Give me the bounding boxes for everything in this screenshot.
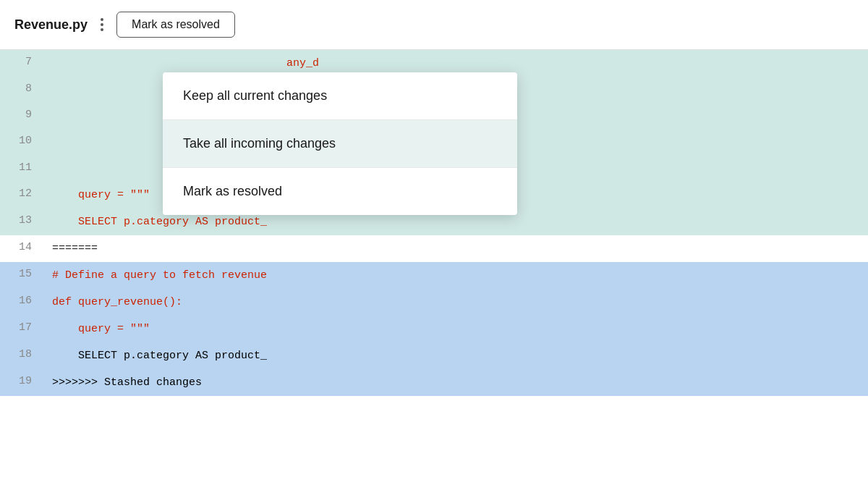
take-incoming-changes-item[interactable]: Take all incoming changes	[163, 120, 517, 168]
line-number-13: 13	[0, 208, 43, 235]
code-line-16: 16 def query_revenue():	[0, 289, 868, 316]
code-line-19: 19 >>>>>>> Stashed changes	[0, 369, 868, 396]
line-text-suffix: any_d	[286, 57, 319, 69]
code-line-14: 14 =======	[0, 235, 868, 262]
line-number-19: 19	[0, 369, 43, 396]
line-number-17: 17	[0, 316, 43, 342]
line-content-15: # Define a query to fetch revenue	[43, 262, 868, 289]
line-number-8: 8	[0, 77, 43, 103]
line-number-18: 18	[0, 342, 43, 369]
header-bar: Revenue.py Mark as resolved	[0, 0, 868, 50]
line-number-9: 9	[0, 103, 43, 129]
line-number-16: 16	[0, 289, 43, 316]
line-number-11: 11	[0, 156, 43, 182]
mark-as-resolved-button[interactable]: Mark as resolved	[116, 12, 235, 38]
line-content-18: SELECT p.category AS product_	[43, 342, 868, 369]
code-line-17: 17 query = """	[0, 316, 868, 342]
line-number-7: 7	[0, 50, 43, 77]
code-line-15: 15 # Define a query to fetch revenue	[0, 262, 868, 289]
line-content-17: query = """	[43, 316, 868, 342]
dot-icon	[101, 23, 103, 26]
dot-icon	[101, 18, 103, 21]
line-content-14: =======	[43, 235, 868, 262]
line-number-12: 12	[0, 182, 43, 208]
file-name: Revenue.py	[14, 17, 88, 33]
line-content-16: def query_revenue():	[43, 289, 868, 316]
code-line-18: 18 SELECT p.category AS product_	[0, 342, 868, 369]
dot-icon	[101, 28, 103, 31]
line-text	[52, 57, 286, 69]
mark-as-resolved-item[interactable]: Mark as resolved	[163, 168, 517, 215]
keep-current-changes-item[interactable]: Keep all current changes	[163, 72, 517, 120]
line-number-14: 14	[0, 235, 43, 262]
line-content-19: >>>>>>> Stashed changes	[43, 369, 868, 396]
conflict-resolution-dropdown: Keep all current changes Take all incomi…	[163, 72, 517, 215]
line-number-15: 15	[0, 262, 43, 289]
line-number-10: 10	[0, 129, 43, 156]
editor-container: Revenue.py Mark as resolved 7 any_d 8 9	[0, 0, 868, 485]
dots-menu-button[interactable]	[96, 15, 108, 34]
